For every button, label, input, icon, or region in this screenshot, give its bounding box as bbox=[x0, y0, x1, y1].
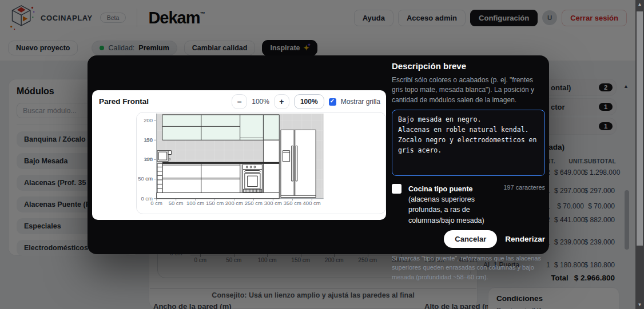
canvas-y-ticks: 200 cm150 cm100 cm50 cm0 cm bbox=[137, 111, 153, 208]
x-axis-tick-label: 300 cm bbox=[263, 200, 283, 206]
x-axis-tick-label: 50 cm bbox=[166, 200, 186, 206]
oven-knob bbox=[246, 166, 248, 168]
oven-knob bbox=[254, 166, 256, 168]
x-axis-tick-label: 350 cm bbox=[283, 200, 302, 206]
bridge-label-bold: Cocina tipo puente bbox=[408, 185, 473, 193]
microwave-window bbox=[158, 152, 166, 160]
app-window: COCINAPLAY Beta Dekam™ Ayuda Acceso admi… bbox=[0, 0, 644, 309]
y-axis-tick-label: 100 cm bbox=[137, 150, 153, 169]
x-axis-tick-label: 100 cm bbox=[186, 200, 205, 206]
y-tick-marks bbox=[154, 121, 156, 199]
fridge-handle bbox=[296, 146, 297, 180]
bridge-option-row: Cocina tipo puente (alacenas superiores … bbox=[392, 184, 545, 226]
x-axis-tick-label: 250 cm bbox=[244, 200, 263, 206]
wall-drawing-canvas[interactable]: 200 cm150 cm100 cm50 cm0 cm 0 cm50 cm100… bbox=[136, 112, 386, 214]
fridge-handle bbox=[292, 146, 293, 180]
toe-kick-module bbox=[157, 192, 280, 198]
x-axis-tick-label: 400 cm bbox=[302, 200, 321, 206]
description-panel: Descripción breve Escribí sólo colores o… bbox=[392, 61, 545, 282]
render-button[interactable]: Renderizar bbox=[505, 235, 545, 243]
scroll-up-arrow-icon[interactable]: ▲ bbox=[635, 2, 644, 7]
x-axis-tick-label: 0 cm bbox=[147, 200, 166, 206]
oven-vent bbox=[243, 189, 262, 192]
kitchen-elevation-drawing bbox=[137, 113, 385, 214]
page-scrollbar-thumb[interactable] bbox=[637, 11, 643, 246]
zoom-reset-button[interactable]: 100% bbox=[294, 94, 324, 109]
wall-title: Pared Frontal bbox=[99, 97, 149, 106]
x-axis-tick-label: 150 cm bbox=[205, 200, 225, 206]
char-counter: 197 caracteres bbox=[503, 184, 545, 191]
canvas-x-ticks: 0 cm50 cm100 cm150 cm200 cm250 cm300 cm3… bbox=[147, 200, 321, 206]
oven-knob bbox=[250, 166, 252, 168]
bridge-kitchen-label: Cocina tipo puente (alacenas superiores … bbox=[408, 184, 494, 226]
y-axis-tick-label: 150 cm bbox=[137, 130, 153, 150]
microwave-panel bbox=[168, 151, 171, 155]
x-axis-tick-label: 200 cm bbox=[224, 200, 244, 206]
bridge-kitchen-checkbox[interactable] bbox=[392, 184, 401, 194]
bridge-label-rest: (alacenas superiores profundas, a ras de… bbox=[408, 195, 484, 224]
upper-cabinet-module bbox=[263, 115, 279, 140]
scroll-down-arrow-icon[interactable]: ▼ bbox=[635, 302, 644, 307]
wall-preview-card: Pared Frontal – 100% + 100% Mostrar gril… bbox=[92, 90, 386, 220]
description-textarea[interactable]: Bajo mesada en negro. Alacenas en roble … bbox=[392, 110, 545, 176]
modal-actions: Cancelar Renderizar bbox=[392, 230, 545, 248]
description-title: Descripción breve bbox=[392, 61, 545, 71]
show-grid-label: Mostrar grilla bbox=[341, 98, 380, 106]
zoom-level: 100% bbox=[252, 98, 269, 106]
oven-window bbox=[248, 176, 258, 186]
upper-cabinet-module bbox=[240, 115, 264, 140]
cancel-button[interactable]: Cancelar bbox=[444, 230, 497, 248]
description-help-text: Escribí sólo colores o acabados (p. ej. … bbox=[392, 75, 545, 105]
upper-cabinet-module bbox=[162, 115, 201, 140]
render-description-modal: Pared Frontal – 100% + 100% Mostrar gril… bbox=[88, 55, 549, 254]
zoom-out-button[interactable]: – bbox=[232, 94, 247, 109]
zoom-in-button[interactable]: + bbox=[274, 94, 289, 109]
bridge-footnote: Si marcás "tipo puente", reforzamos que … bbox=[392, 254, 545, 282]
oven-handle bbox=[245, 171, 260, 172]
fridge-module bbox=[281, 130, 316, 197]
upper-cabinet-module bbox=[201, 115, 240, 140]
canvas-controls: – 100% + 100% Mostrar grilla bbox=[232, 94, 380, 109]
y-axis-tick-label: 50 cm bbox=[137, 169, 153, 188]
tall-column-module bbox=[263, 140, 279, 192]
page-scrollbar[interactable]: ▲ ▼ bbox=[635, 0, 644, 309]
fridge-dispenser bbox=[283, 151, 289, 162]
y-axis-tick-label: 200 cm bbox=[137, 111, 153, 130]
show-grid-checkbox[interactable] bbox=[329, 98, 336, 106]
